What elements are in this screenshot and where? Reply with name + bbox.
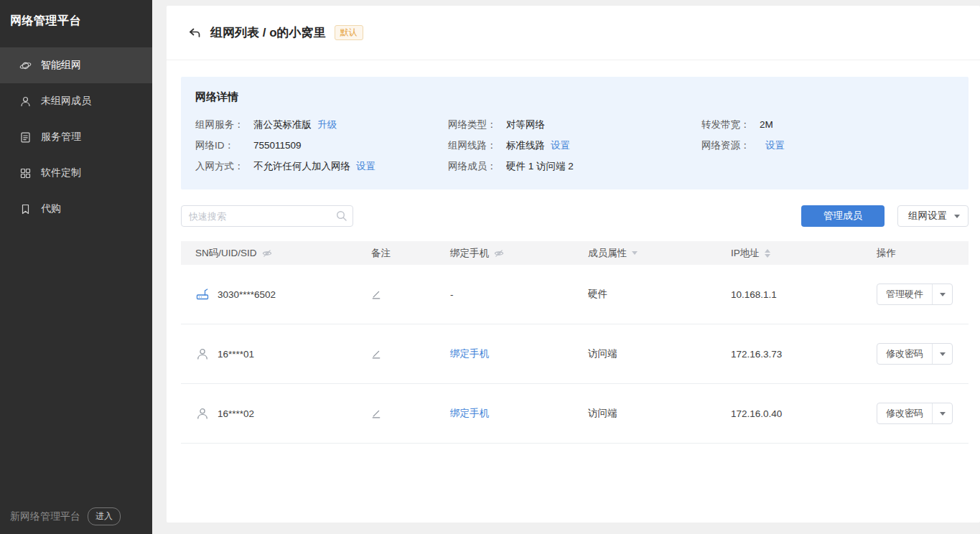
sidebar-footer: 新网络管理平台 进入 (10, 507, 121, 525)
members-table: SN码/UID/SID 备注 绑定手机 (181, 241, 969, 444)
edit-icon[interactable] (371, 408, 381, 418)
default-badge: 默认 (335, 25, 363, 39)
col-sn: SN码/UID/SID (195, 247, 371, 260)
filter-icon[interactable] (632, 251, 638, 255)
content-card: 组网列表 / o的小窝里 默认 网络详情 组网服务：蒲公英标准版升级 网络ID：… (167, 6, 980, 523)
action-button-label[interactable]: 修改密码 (877, 344, 932, 364)
chevron-down-icon[interactable] (932, 403, 952, 423)
remark-cell (371, 289, 450, 299)
field-label: 网络成员： (448, 160, 506, 173)
phone-value: - (450, 289, 454, 300)
col-ip: IP地址 (731, 247, 877, 260)
search-box (181, 205, 353, 227)
sidebar-item-software-customization[interactable]: 软件定制 (0, 155, 152, 191)
edit-icon[interactable] (371, 289, 381, 299)
phone-cell: - (450, 289, 588, 300)
action-button-label[interactable]: 修改密码 (877, 403, 932, 423)
back-icon[interactable] (187, 26, 202, 40)
field-value: 硬件 1 访问端 2 (506, 161, 574, 172)
field-value: 标准线路 (506, 140, 545, 151)
grid-icon (19, 167, 32, 179)
ip-cell: 172.16.0.40 (731, 408, 877, 419)
attr-cell: 访问端 (588, 407, 731, 420)
sidebar-item-unassigned-members[interactable]: 未组网成员 (0, 83, 152, 119)
sidebar-item-label: 智能组网 (41, 59, 81, 72)
field-value: 蒲公英标准版 (253, 119, 312, 130)
field-label: 组网服务： (195, 118, 253, 131)
change-password-button[interactable]: 修改密码 (877, 343, 953, 365)
col-action: 操作 (877, 247, 969, 260)
manage-hardware-button[interactable]: 管理硬件 (877, 284, 953, 305)
action-cell: 修改密码 (877, 343, 969, 365)
col-phone: 绑定手机 (450, 247, 588, 260)
col-remark-label: 备注 (371, 247, 391, 260)
sn-value: 16****02 (218, 408, 254, 419)
sort-icon[interactable] (765, 249, 770, 258)
ip-cell: 10.168.1.1 (731, 289, 877, 300)
attr-cell: 访问端 (588, 347, 731, 360)
remark-cell (371, 349, 450, 359)
chevron-down-icon[interactable] (932, 344, 952, 364)
network-details-panel: 网络详情 组网服务：蒲公英标准版升级 网络ID：755011509 入网方式：不… (181, 77, 969, 189)
table-header: SN码/UID/SID 备注 绑定手机 (181, 241, 969, 265)
edit-icon[interactable] (371, 349, 381, 359)
sidebar-item-label: 服务管理 (41, 131, 81, 144)
change-password-button[interactable]: 修改密码 (877, 403, 953, 424)
user-icon (195, 406, 210, 421)
field-bandwidth: 转发带宽：2M (701, 118, 954, 131)
sidebar-item-label: 未组网成员 (41, 95, 91, 108)
chevron-down-icon[interactable] (932, 284, 952, 304)
resources-settings-link[interactable]: 设置 (765, 140, 785, 151)
field-value: 对等网络 (506, 119, 545, 130)
sidebar-item-service-management[interactable]: 服务管理 (0, 119, 152, 155)
network-settings-dropdown[interactable]: 组网设置 (897, 205, 969, 227)
sn-value: 16****01 (218, 349, 254, 360)
sidebar: 网络管理平台 智能组网 未组网成员 服务管理 (0, 0, 152, 534)
app-root: 网络管理平台 智能组网 未组网成员 服务管理 (0, 0, 980, 534)
col-ip-label: IP地址 (731, 247, 760, 260)
upgrade-link[interactable]: 升级 (317, 119, 337, 130)
join-mode-settings-link[interactable]: 设置 (356, 161, 375, 172)
chevron-down-icon (954, 215, 960, 218)
action-button-label[interactable]: 管理硬件 (877, 284, 932, 304)
field-value: 755011509 (253, 140, 302, 151)
user-icon (195, 347, 210, 361)
route-settings-link[interactable]: 设置 (551, 140, 570, 151)
ip-cell: 172.16.3.73 (731, 349, 877, 360)
field-network-route: 组网线路：标准线路设置 (448, 139, 701, 152)
bookmark-icon (19, 203, 32, 215)
field-network-id: 网络ID：755011509 (195, 139, 448, 152)
table-row: 16****02 绑定手机 访问端 172.16.0.40 修改密码 (181, 384, 969, 444)
search-input[interactable] (181, 205, 353, 227)
sidebar-item-purchasing[interactable]: 代购 (0, 191, 152, 227)
field-label: 组网线路： (448, 139, 506, 152)
router-icon (195, 287, 210, 301)
document-icon (19, 131, 32, 144)
field-value: 2M (760, 119, 773, 130)
sidebar-item-smart-networking[interactable]: 智能组网 (0, 47, 152, 83)
eye-off-icon[interactable] (494, 248, 504, 258)
col-remark: 备注 (371, 247, 450, 260)
action-cell: 修改密码 (877, 403, 969, 424)
sidebar-item-label: 代购 (41, 202, 61, 215)
bind-phone-link[interactable]: 绑定手机 (450, 348, 489, 359)
sn-cell: 3030****6502 (195, 287, 371, 301)
col-attr-label: 成员属性 (588, 247, 627, 260)
bind-phone-link[interactable]: 绑定手机 (450, 408, 489, 418)
eye-off-icon[interactable] (262, 248, 272, 258)
col-action-label: 操作 (877, 247, 896, 260)
field-network-resources: 网络资源：设置 (701, 139, 954, 152)
network-icon (19, 60, 32, 72)
field-value: 不允许任何人加入网络 (253, 161, 350, 172)
field-label: 入网方式： (195, 160, 253, 173)
field-join-mode: 入网方式：不允许任何人加入网络设置 (195, 160, 448, 173)
manage-members-button[interactable]: 管理成员 (801, 205, 885, 227)
sidebar-nav: 智能组网 未组网成员 服务管理 软件定制 (0, 47, 152, 227)
action-cell: 管理硬件 (877, 284, 969, 305)
field-label: 转发带宽： (701, 118, 760, 131)
details-title: 网络详情 (195, 90, 954, 104)
field-label: 网络资源： (701, 139, 760, 152)
phone-cell: 绑定手机 (450, 407, 588, 420)
enter-new-platform-button[interactable]: 进入 (88, 507, 121, 525)
user-icon (19, 95, 32, 108)
